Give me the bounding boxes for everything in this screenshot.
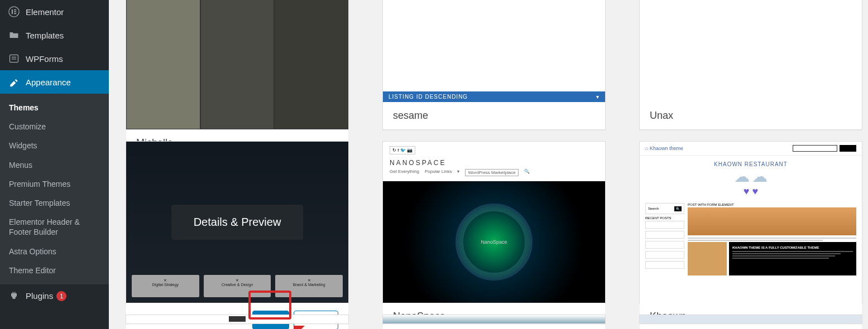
theme-browser: Michelle LATEST PROPERTIES LISTING ID DE… <box>109 0 868 329</box>
svg-rect-1 <box>12 9 13 14</box>
brush-icon <box>8 76 20 88</box>
submenu-customize[interactable]: Customize <box>0 117 109 136</box>
theme-thumbnail: ↻ f 🐦 📷 NANOSPACE Get EverythingPopular … <box>383 142 605 303</box>
submenu-premium-themes[interactable]: Premium Themes <box>0 175 109 193</box>
theme-card-michelle[interactable]: Michelle <box>126 0 349 130</box>
elementor-icon <box>8 6 20 18</box>
submenu-starter-templates[interactable]: Starter Templates <box>0 193 109 212</box>
theme-thumbnail: Tags <box>640 0 862 102</box>
menu-label: Elementor <box>26 7 64 17</box>
appearance-submenu: Themes Customize Widgets Menus Premium T… <box>0 94 109 284</box>
menu-item-wpforms[interactable]: WPForms <box>0 47 109 70</box>
submenu-widgets[interactable]: Widgets <box>0 136 109 155</box>
theme-card-everse[interactable]: We move the digitalindustry forward ✕Dig… <box>126 141 349 303</box>
theme-thumbnail: ⌂ Khaown theme KHAOWN RESTAURANT ☁ ☁ ♥ ♥… <box>640 142 862 303</box>
theme-card-peek[interactable] <box>639 315 862 324</box>
submenu-menus[interactable]: Menus <box>0 156 109 175</box>
theme-thumbnail: LATEST PROPERTIES LISTING ID DESCENDING … <box>383 0 605 102</box>
theme-thumbnail: We move the digitalindustry forward ✕Dig… <box>126 142 348 303</box>
theme-name: Unax <box>650 110 673 122</box>
plugin-icon <box>8 290 20 302</box>
svg-rect-4 <box>14 13 16 14</box>
submenu-astra-options[interactable]: Astra Options <box>0 242 109 261</box>
folder-icon <box>8 29 20 41</box>
theme-thumbnail <box>126 0 348 129</box>
svg-rect-2 <box>14 9 16 11</box>
theme-hover-overlay: Details & Preview <box>126 142 348 303</box>
theme-card-sesame[interactable]: LATEST PROPERTIES LISTING ID DESCENDING … <box>382 0 606 130</box>
theme-card-peek[interactable] <box>126 315 349 324</box>
theme-card-nanospace[interactable]: ↻ f 🐦 📷 NANOSPACE Get EverythingPopular … <box>382 141 606 303</box>
admin-sidebar: Elementor Templates WPForms Appearance T… <box>0 0 109 329</box>
menu-item-elementor[interactable]: Elementor <box>0 0 109 23</box>
svg-rect-3 <box>14 11 16 12</box>
submenu-themes[interactable]: Themes <box>0 98 109 117</box>
plugins-update-count: 1 <box>56 291 66 301</box>
svg-rect-5 <box>10 55 18 62</box>
submenu-theme-editor[interactable]: Theme Editor <box>0 261 109 280</box>
theme-card-peek[interactable] <box>382 315 606 324</box>
theme-card-khaown[interactable]: ⌂ Khaown theme KHAOWN RESTAURANT ☁ ☁ ♥ ♥… <box>639 141 862 303</box>
menu-item-appearance[interactable]: Appearance <box>0 70 109 94</box>
submenu-header-footer[interactable]: Elementor Header & Footer Builder <box>0 212 109 241</box>
menu-label: Plugins <box>26 291 53 301</box>
theme-card-unax[interactable]: Tags Unax <box>639 0 862 130</box>
details-preview-button[interactable]: Details & Preview <box>171 205 304 240</box>
form-icon <box>8 52 20 65</box>
theme-name: sesame <box>393 110 428 122</box>
menu-item-plugins[interactable]: Plugins 1 <box>0 284 109 308</box>
menu-label: Templates <box>26 31 64 40</box>
menu-label: Appearance <box>26 78 71 87</box>
menu-item-templates[interactable]: Templates <box>0 23 109 47</box>
menu-label: WPForms <box>26 54 63 64</box>
